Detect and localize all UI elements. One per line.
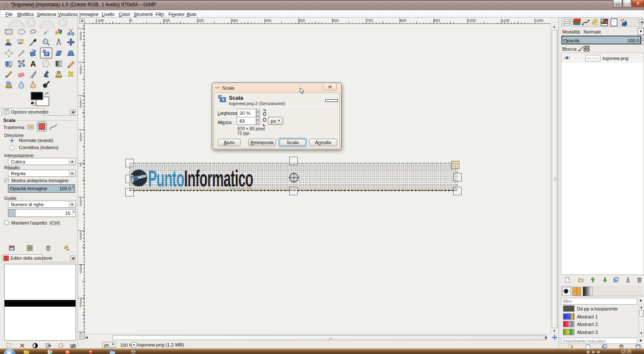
- svg-text:A: A: [30, 59, 36, 68]
